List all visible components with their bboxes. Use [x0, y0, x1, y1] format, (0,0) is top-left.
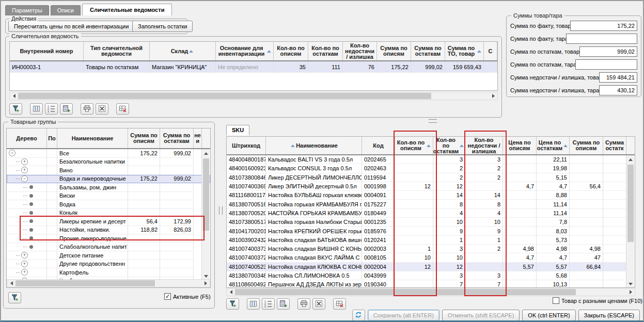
scroll-left-icon[interactable]	[227, 288, 235, 296]
column-header[interactable]: Цена по остаткам	[537, 137, 570, 154]
tree-leaf-icon[interactable]	[29, 236, 33, 240]
column-header[interactable]: Внутренний номер	[10, 42, 84, 60]
excel-export-button[interactable]	[96, 103, 108, 115]
sums-field-input[interactable]: 430,12	[599, 85, 637, 95]
sku-row[interactable]: 4813807003480Настойка СЛ.ЛИМОНОВКА 0.500…	[227, 271, 635, 280]
tree-row[interactable]: +Детское питание	[7, 251, 210, 260]
tab-sku[interactable]: SKU	[226, 125, 249, 135]
sku-row[interactable]: 4811086004921Першачок АД ДЗЕДА ЛЮТЫ из з…	[227, 280, 635, 288]
tree-row[interactable]: Виски	[7, 192, 210, 201]
scroll-right-icon[interactable]	[489, 92, 497, 100]
column-header[interactable]: Сумма по остаткам	[160, 128, 194, 148]
scroll-right-icon[interactable]	[626, 288, 635, 296]
tree-leaf-icon[interactable]	[29, 228, 33, 232]
sums-field-input[interactable]	[566, 34, 637, 44]
sku-row[interactable]: 4810074005230Настойка сладкая КЛЮКВА С К…	[227, 263, 635, 271]
numbered-list-button[interactable]: 123	[45, 103, 58, 115]
tab-inventories[interactable]: Описи	[51, 5, 81, 15]
tree-row[interactable]: −Все175,22999,02	[7, 149, 210, 158]
expand-icon[interactable]: +	[21, 167, 28, 173]
fill-remainders-button[interactable]: Заполнить остатки	[132, 21, 193, 32]
column-header[interactable]: Кол-во недостачи / излишка	[465, 137, 503, 154]
filter-plus-button[interactable]	[226, 298, 239, 310]
tree-row[interactable]: +Другие продовольственн	[7, 260, 210, 269]
column-header[interactable]: Кол-во по остаткам	[433, 137, 465, 154]
table-remove-button[interactable]	[333, 298, 346, 310]
column-header[interactable]: Сумма по описям	[128, 128, 160, 148]
sku-row[interactable]: 4811168001176Настойка БУЛЬБАШ горькая кл…	[227, 191, 635, 200]
sku-row[interactable]: 4810039024320Настойка сладкая БАТЬКОВА в…	[227, 236, 635, 245]
expand-icon[interactable]: +	[21, 261, 28, 267]
sku-row[interactable]: 4810417002018Настойка КРЕПКИЙ ОРЕШЕК гор…	[227, 227, 635, 235]
column-header[interactable]: Сумма по описям	[570, 137, 603, 154]
column-header[interactable]: По	[47, 128, 57, 148]
column-header[interactable]: Склад	[150, 42, 216, 60]
tree-leaf-icon[interactable]	[29, 211, 33, 215]
sums-field-input[interactable]: 175,22	[570, 21, 637, 31]
scroll-thumb[interactable]	[235, 289, 576, 295]
sku-row[interactable]: 4813807005163Настойка горькая КРАМБАМБУЛ…	[227, 200, 635, 208]
sku-row[interactable]: 4810074003694Ликер ЭЛИТНЫЙ десертный 0.5…	[227, 182, 635, 191]
sums-field-input[interactable]: 999,02	[579, 46, 637, 57]
filter-plus-button[interactable]	[9, 103, 22, 115]
tree-row[interactable]: +Вино	[7, 166, 210, 175]
filter-plus-button[interactable]	[8, 292, 21, 303]
tree-row[interactable]: Коньяк	[7, 209, 210, 218]
column-header[interactable]: Основание для инвентаризации	[216, 42, 274, 60]
tree-leaf-icon[interactable]	[29, 245, 33, 249]
column-header[interactable]: С	[484, 42, 497, 60]
tree-leaf-icon[interactable]	[29, 219, 33, 223]
column-header[interactable]: Кол-во недостачи / излишка	[343, 42, 377, 60]
column-header[interactable]: Кол-во по описям	[395, 137, 433, 154]
numbered-list-button[interactable]: 123	[262, 298, 275, 310]
sku-hscrollbar[interactable]	[226, 288, 635, 296]
recalc-prices-button[interactable]: Пересчитать цены по всей инвентаризации	[8, 21, 134, 32]
calculator-button[interactable]	[277, 298, 290, 310]
column-header[interactable]: Сумма по ТО, товар	[445, 42, 484, 60]
cancel-button[interactable]: Отменить (shift ESCAPE)	[442, 310, 520, 321]
refresh-button[interactable]	[352, 310, 365, 321]
save-button[interactable]: Сохранить (alt ENTER)	[368, 310, 439, 321]
scroll-thumb[interactable]	[18, 93, 431, 99]
tree-row[interactable]: +Картофель	[7, 268, 210, 277]
column-header[interactable]: Цена по описям	[503, 137, 537, 154]
tree-row[interactable]: Слабоалкогольные напит	[7, 243, 210, 252]
tree-vscrollbar[interactable]	[201, 149, 210, 280]
active-filter-checkbox[interactable]: ✓	[164, 293, 171, 300]
column-settings-button[interactable]	[30, 103, 43, 115]
tree-row[interactable]: Настойки, наливки.118,82826,03	[7, 226, 210, 235]
collapse-icon[interactable]: −	[9, 150, 15, 156]
column-header[interactable]: Кол-во по остаткам	[308, 42, 343, 60]
tree-leaf-icon[interactable]	[29, 194, 33, 198]
tree-leaf-icon[interactable]	[29, 202, 33, 206]
statement-hscrollbar[interactable]	[9, 92, 498, 100]
diff-price-checkbox[interactable]	[553, 297, 559, 304]
sku-row[interactable]: 4810738005170Настойка горькая Налибоки С…	[227, 218, 635, 227]
printer-button[interactable]	[81, 103, 93, 115]
tree-row[interactable]: Бальзамы, ром, джин	[7, 183, 210, 192]
tree-row[interactable]: Прочие ликеро-водочные	[7, 234, 210, 243]
vertical-splitter-handle[interactable]	[219, 206, 223, 215]
column-header[interactable]: Наименование	[266, 137, 362, 154]
tree-leaf-icon[interactable]	[29, 185, 33, 189]
expand-icon[interactable]: +	[21, 269, 28, 276]
tree-row[interactable]: Ликеры крепкие и десерт56,4172,99	[7, 217, 210, 226]
horizontal-splitter-handle[interactable]	[429, 119, 437, 123]
sku-row[interactable]: 4810074003731Настойка сладкая ВИШНЯ С КО…	[227, 245, 635, 253]
close-button[interactable]: Закрыть (ESCAPE)	[578, 310, 640, 321]
column-header[interactable]: Код	[362, 137, 395, 154]
column-header[interactable]: Сумма по описям	[377, 42, 411, 60]
scroll-left-icon[interactable]	[10, 92, 18, 100]
column-header[interactable]: Сумма остатк	[603, 137, 626, 154]
sku-row[interactable]: 4840048001876Кальвадос BALTI VS 3 года 0…	[227, 155, 635, 164]
sku-row[interactable]: 4813807005200НАСТОЙКА ГОРЬКАЯ КРАМБАМБУЛ…	[227, 209, 635, 218]
sums-field-input[interactable]	[575, 59, 637, 70]
excel-export-button[interactable]	[312, 298, 325, 310]
tree-row[interactable]: −Водка и ликероводочные175,22999,02	[7, 175, 210, 184]
column-header[interactable]: Тип сличительной ведомости	[84, 42, 150, 60]
statement-row[interactable]: ИН00003-1Товары по остаткамМагазин "КРИН…	[10, 61, 497, 73]
column-header[interactable]: Кол-во по описям	[274, 42, 308, 60]
ok-button[interactable]: OK (ctrl ENTER)	[522, 310, 575, 321]
column-header[interactable]: Штрихкод	[227, 137, 266, 154]
sku-vscrollbar[interactable]	[626, 155, 634, 288]
